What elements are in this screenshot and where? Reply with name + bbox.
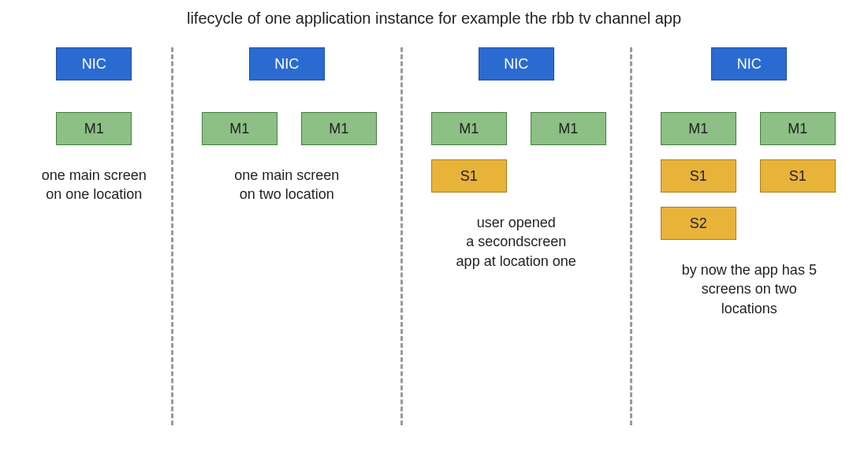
diagram-title: lifecycle of one application instance fo… [0, 9, 868, 28]
m1-box: M1 [760, 112, 836, 145]
m1-row: M1 M1 [646, 112, 852, 145]
m1-box: M1 [56, 112, 132, 145]
m1-box: M1 [301, 112, 377, 145]
caption-p3: user opened a secondscreen app at locati… [456, 213, 576, 271]
nic-box: NIC [56, 47, 132, 80]
s2-box: S2 [661, 207, 736, 240]
caption-p2: one main screen on two location [234, 166, 339, 204]
s1-row: S1 S1 [646, 159, 852, 193]
nic-box: NIC [249, 47, 325, 80]
nic-row: NIC [646, 47, 852, 80]
s1-box: S1 [431, 159, 507, 193]
m1-box: M1 [202, 112, 278, 145]
divider-1 [171, 47, 173, 425]
s1-row: S1 [417, 159, 616, 193]
nic-row: NIC [417, 47, 616, 80]
panel-4: NIC M1 M1 S1 S1 S2 by now the app has 5 … [646, 47, 852, 425]
nic-box: NIC [479, 47, 554, 80]
m1-box: M1 [431, 112, 507, 145]
s1-box: S1 [760, 159, 836, 193]
divider-2 [400, 47, 403, 425]
caption-p4: by now the app has 5 screens on two loca… [682, 260, 817, 318]
m1-row: M1 M1 [417, 112, 616, 145]
panel-2: NIC M1 M1 one main screen on two locatio… [188, 47, 386, 425]
m1-row: M1 M1 [188, 112, 386, 145]
m1-box: M1 [531, 112, 606, 145]
m1-row: M1 [32, 112, 157, 145]
panel-3: NIC M1 M1 S1 user opened a secondscreen … [417, 47, 616, 425]
s2-row: S2 [646, 207, 852, 240]
nic-row: NIC [32, 47, 157, 80]
s1-box: S1 [661, 159, 736, 193]
caption-p1: one main screen on one location [42, 166, 147, 204]
panel-1: NIC M1 one main screen on one location [32, 47, 157, 425]
nic-box: NIC [711, 47, 787, 80]
divider-3 [630, 47, 632, 425]
nic-row: NIC [188, 47, 386, 80]
panels-container: NIC M1 one main screen on one location N… [32, 47, 852, 425]
m1-box: M1 [661, 112, 736, 145]
